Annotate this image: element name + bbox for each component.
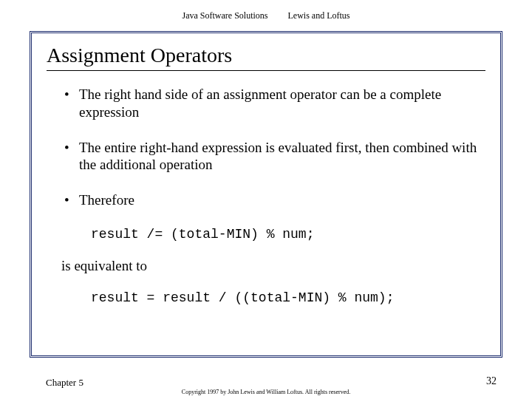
code-example-2: result = result / ((total-MIN) % num); bbox=[91, 290, 485, 305]
bullet-item: Therefore bbox=[67, 191, 485, 209]
footer-chapter: Chapter 5 bbox=[46, 377, 83, 389]
bullet-list: The right hand side of an assignment ope… bbox=[47, 86, 485, 209]
bullet-item: The entire right-hand expression is eval… bbox=[67, 139, 485, 174]
bullet-item: The right hand side of an assignment ope… bbox=[67, 86, 485, 121]
page-header: Java Software Solutions Lewis and Loftus bbox=[0, 10, 532, 21]
title-rule bbox=[47, 70, 485, 71]
content-frame: Assignment Operators The right hand side… bbox=[30, 31, 502, 358]
header-authors: Lewis and Loftus bbox=[288, 10, 350, 21]
code-example-1: result /= (total-MIN) % num; bbox=[91, 227, 485, 242]
equivalence-text: is equivalent to bbox=[61, 258, 485, 274]
footer-copyright: Copyright 1997 by John Lewis and William… bbox=[0, 389, 532, 395]
footer-page-number: 32 bbox=[486, 375, 497, 387]
slide-title: Assignment Operators bbox=[47, 44, 485, 67]
slide-page: Java Software Solutions Lewis and Loftus… bbox=[0, 0, 532, 399]
header-book-title: Java Software Solutions bbox=[183, 10, 268, 21]
